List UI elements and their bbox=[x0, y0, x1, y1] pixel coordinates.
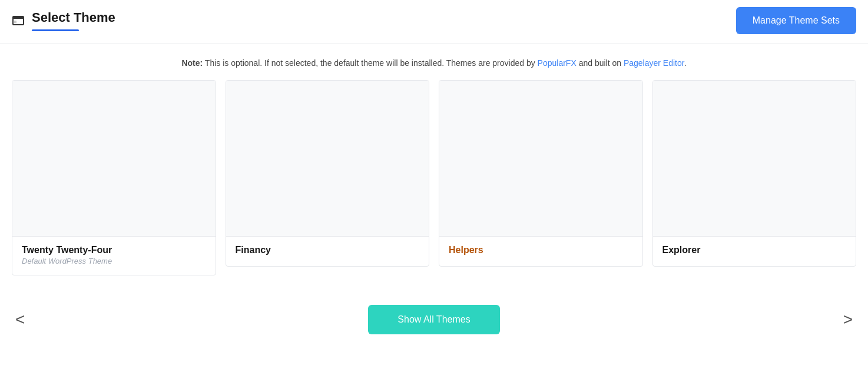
note-bold: Note: bbox=[181, 58, 203, 68]
popularfx-link[interactable]: PopularFX bbox=[538, 58, 577, 68]
header-left: Select Theme bbox=[12, 10, 115, 31]
theme-name-1: Financy bbox=[236, 245, 420, 255]
next-arrow-button[interactable]: > bbox=[834, 305, 862, 334]
theme-card-0[interactable]: Twenty Twenty-Four Default WordPress The… bbox=[12, 80, 216, 275]
theme-preview-0 bbox=[12, 81, 216, 237]
theme-icon bbox=[12, 14, 25, 27]
page-title: Select Theme bbox=[32, 10, 115, 25]
prev-arrow-button[interactable]: < bbox=[6, 305, 34, 334]
theme-info-2: Helpers bbox=[439, 237, 642, 266]
theme-preview-2 bbox=[439, 81, 642, 237]
note-bar: Note: This is optional. If not selected,… bbox=[0, 44, 868, 80]
theme-card-1[interactable]: Financy bbox=[226, 80, 430, 267]
bottom-nav: < Show All Themes > bbox=[0, 287, 868, 346]
note-middle: and built on bbox=[577, 58, 624, 68]
theme-name-0: Twenty Twenty-Four bbox=[22, 245, 206, 255]
pagelayer-link[interactable]: Pagelayer Editor bbox=[624, 58, 684, 68]
theme-info-0: Twenty Twenty-Four Default WordPress The… bbox=[12, 237, 216, 275]
theme-preview-1 bbox=[226, 81, 429, 237]
page-header: Select Theme Manage Theme Sets bbox=[0, 0, 868, 44]
theme-name-3: Explorer bbox=[662, 245, 847, 255]
title-underline bbox=[32, 29, 79, 31]
note-suffix: . bbox=[684, 58, 687, 68]
show-all-themes-button[interactable]: Show All Themes bbox=[368, 305, 499, 334]
svg-rect-1 bbox=[13, 16, 24, 19]
theme-card-3[interactable]: Explorer bbox=[652, 80, 857, 267]
title-block: Select Theme bbox=[32, 10, 115, 31]
svg-rect-2 bbox=[14, 21, 16, 23]
themes-grid: Twenty Twenty-Four Default WordPress The… bbox=[0, 80, 868, 275]
theme-subtitle-0: Default WordPress Theme bbox=[22, 257, 206, 265]
note-text: This is optional. If not selected, the d… bbox=[203, 58, 537, 68]
theme-info-3: Explorer bbox=[653, 237, 856, 266]
manage-theme-sets-button[interactable]: Manage Theme Sets bbox=[736, 7, 856, 34]
theme-preview-3 bbox=[653, 81, 856, 237]
theme-name-2: Helpers bbox=[449, 245, 633, 255]
theme-card-2[interactable]: Helpers bbox=[439, 80, 643, 267]
theme-info-1: Financy bbox=[226, 237, 429, 266]
